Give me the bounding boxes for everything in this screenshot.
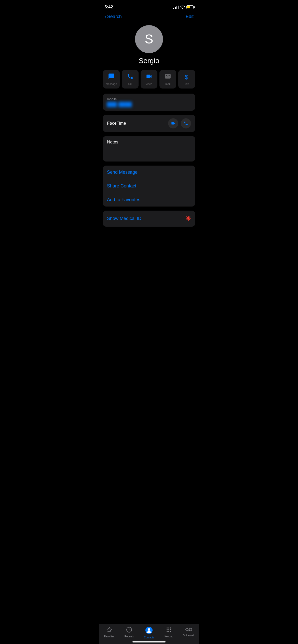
- notes-card[interactable]: Notes: [103, 136, 195, 162]
- mail-label: mail: [165, 82, 170, 85]
- mail-icon: [165, 73, 171, 81]
- mobile-label: mobile: [107, 97, 191, 101]
- facetime-actions: [168, 118, 191, 128]
- message-label: message: [106, 82, 117, 85]
- call-label: call: [128, 82, 132, 85]
- video-label: video: [146, 82, 152, 85]
- pay-icon: $: [185, 74, 188, 81]
- mobile-section: mobile ███-████: [99, 94, 199, 111]
- pay-label: pay: [184, 82, 189, 85]
- call-button[interactable]: call: [122, 70, 139, 89]
- nav-bar: ‹ Search Edit: [99, 13, 199, 23]
- back-label: Search: [107, 14, 122, 19]
- status-time: 5:42: [104, 5, 113, 10]
- send-message-button[interactable]: Send Message: [103, 166, 195, 179]
- mobile-number: ███-████: [107, 102, 191, 107]
- facetime-card: FaceTime: [103, 115, 195, 132]
- action-buttons: message call video mail: [99, 70, 199, 89]
- facetime-video-button[interactable]: [168, 118, 178, 128]
- facetime-section: FaceTime: [99, 115, 199, 132]
- medical-id-icon: ✳: [185, 215, 191, 223]
- notes-label: Notes: [107, 140, 191, 145]
- pay-button[interactable]: $ pay: [178, 70, 195, 89]
- medical-id-label: Show Medical ID: [107, 216, 141, 221]
- mail-button[interactable]: mail: [159, 70, 176, 89]
- wifi-icon: [180, 5, 185, 9]
- contact-name: Sergio: [139, 57, 159, 65]
- action-list: Send Message Share Contact Add to Favori…: [103, 166, 195, 207]
- edit-button[interactable]: Edit: [186, 14, 194, 19]
- video-button[interactable]: video: [141, 70, 157, 89]
- message-icon: [108, 73, 115, 81]
- video-icon: [146, 73, 152, 81]
- mobile-card[interactable]: mobile ███-████: [103, 94, 195, 111]
- facetime-label: FaceTime: [107, 121, 126, 126]
- back-button[interactable]: ‹ Search: [104, 14, 122, 20]
- avatar-letter: S: [145, 32, 153, 47]
- add-favorites-button[interactable]: Add to Favorites: [103, 193, 195, 207]
- share-contact-button[interactable]: Share Contact: [103, 179, 195, 193]
- signal-bars-icon: [173, 6, 179, 9]
- notes-section: Notes: [99, 136, 199, 162]
- facetime-call-button[interactable]: [181, 118, 191, 128]
- medical-id-card[interactable]: Show Medical ID ✳: [103, 211, 195, 227]
- call-icon: [127, 73, 133, 81]
- status-bar: 5:42: [99, 0, 199, 13]
- avatar: S: [135, 25, 163, 53]
- avatar-section: S Sergio: [99, 23, 199, 70]
- battery-icon: [186, 5, 194, 9]
- message-button[interactable]: message: [103, 70, 120, 89]
- status-icons: [173, 5, 194, 9]
- chevron-left-icon: ‹: [104, 14, 106, 20]
